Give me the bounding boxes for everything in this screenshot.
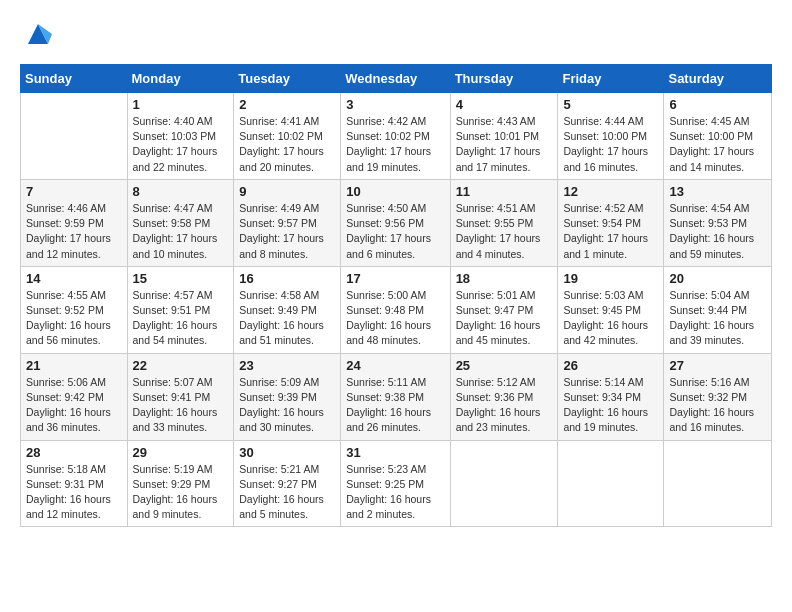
day-number: 20 [669,271,766,286]
day-cell: 10Sunrise: 4:50 AM Sunset: 9:56 PM Dayli… [341,179,450,266]
header-tuesday: Tuesday [234,65,341,93]
day-cell: 17Sunrise: 5:00 AM Sunset: 9:48 PM Dayli… [341,266,450,353]
day-number: 15 [133,271,229,286]
logo-icon [24,20,52,48]
day-info: Sunrise: 4:51 AM Sunset: 9:55 PM Dayligh… [456,201,553,262]
day-cell [664,440,772,527]
day-cell: 1Sunrise: 4:40 AM Sunset: 10:03 PM Dayli… [127,93,234,180]
day-info: Sunrise: 4:46 AM Sunset: 9:59 PM Dayligh… [26,201,122,262]
header-sunday: Sunday [21,65,128,93]
day-cell: 25Sunrise: 5:12 AM Sunset: 9:36 PM Dayli… [450,353,558,440]
day-info: Sunrise: 5:09 AM Sunset: 9:39 PM Dayligh… [239,375,335,436]
day-cell [450,440,558,527]
day-number: 10 [346,184,444,199]
day-info: Sunrise: 4:55 AM Sunset: 9:52 PM Dayligh… [26,288,122,349]
day-info: Sunrise: 4:58 AM Sunset: 9:49 PM Dayligh… [239,288,335,349]
day-info: Sunrise: 4:42 AM Sunset: 10:02 PM Daylig… [346,114,444,175]
day-info: Sunrise: 4:45 AM Sunset: 10:00 PM Daylig… [669,114,766,175]
logo [20,20,52,48]
day-info: Sunrise: 5:00 AM Sunset: 9:48 PM Dayligh… [346,288,444,349]
day-number: 31 [346,445,444,460]
week-row-1: 1Sunrise: 4:40 AM Sunset: 10:03 PM Dayli… [21,93,772,180]
day-number: 19 [563,271,658,286]
day-info: Sunrise: 5:04 AM Sunset: 9:44 PM Dayligh… [669,288,766,349]
calendar-header: SundayMondayTuesdayWednesdayThursdayFrid… [21,65,772,93]
day-number: 26 [563,358,658,373]
day-number: 17 [346,271,444,286]
day-cell: 18Sunrise: 5:01 AM Sunset: 9:47 PM Dayli… [450,266,558,353]
day-info: Sunrise: 5:19 AM Sunset: 9:29 PM Dayligh… [133,462,229,523]
day-number: 23 [239,358,335,373]
day-cell [21,93,128,180]
calendar-body: 1Sunrise: 4:40 AM Sunset: 10:03 PM Dayli… [21,93,772,527]
day-cell: 15Sunrise: 4:57 AM Sunset: 9:51 PM Dayli… [127,266,234,353]
day-info: Sunrise: 5:12 AM Sunset: 9:36 PM Dayligh… [456,375,553,436]
day-cell: 7Sunrise: 4:46 AM Sunset: 9:59 PM Daylig… [21,179,128,266]
day-info: Sunrise: 5:06 AM Sunset: 9:42 PM Dayligh… [26,375,122,436]
day-number: 29 [133,445,229,460]
day-number: 7 [26,184,122,199]
day-cell: 2Sunrise: 4:41 AM Sunset: 10:02 PM Dayli… [234,93,341,180]
day-number: 12 [563,184,658,199]
day-number: 6 [669,97,766,112]
day-cell: 20Sunrise: 5:04 AM Sunset: 9:44 PM Dayli… [664,266,772,353]
day-number: 30 [239,445,335,460]
day-info: Sunrise: 5:11 AM Sunset: 9:38 PM Dayligh… [346,375,444,436]
day-cell: 12Sunrise: 4:52 AM Sunset: 9:54 PM Dayli… [558,179,664,266]
header-thursday: Thursday [450,65,558,93]
day-cell: 28Sunrise: 5:18 AM Sunset: 9:31 PM Dayli… [21,440,128,527]
day-info: Sunrise: 4:57 AM Sunset: 9:51 PM Dayligh… [133,288,229,349]
day-cell: 21Sunrise: 5:06 AM Sunset: 9:42 PM Dayli… [21,353,128,440]
day-cell: 31Sunrise: 5:23 AM Sunset: 9:25 PM Dayli… [341,440,450,527]
day-number: 24 [346,358,444,373]
day-number: 1 [133,97,229,112]
page-header [20,20,772,48]
day-info: Sunrise: 5:07 AM Sunset: 9:41 PM Dayligh… [133,375,229,436]
header-friday: Friday [558,65,664,93]
day-cell: 23Sunrise: 5:09 AM Sunset: 9:39 PM Dayli… [234,353,341,440]
day-cell: 5Sunrise: 4:44 AM Sunset: 10:00 PM Dayli… [558,93,664,180]
day-number: 5 [563,97,658,112]
day-info: Sunrise: 4:54 AM Sunset: 9:53 PM Dayligh… [669,201,766,262]
day-number: 16 [239,271,335,286]
day-info: Sunrise: 4:52 AM Sunset: 9:54 PM Dayligh… [563,201,658,262]
header-wednesday: Wednesday [341,65,450,93]
day-cell: 26Sunrise: 5:14 AM Sunset: 9:34 PM Dayli… [558,353,664,440]
day-cell [558,440,664,527]
day-number: 27 [669,358,766,373]
day-info: Sunrise: 4:49 AM Sunset: 9:57 PM Dayligh… [239,201,335,262]
day-info: Sunrise: 4:44 AM Sunset: 10:00 PM Daylig… [563,114,658,175]
day-cell: 3Sunrise: 4:42 AM Sunset: 10:02 PM Dayli… [341,93,450,180]
day-cell: 13Sunrise: 4:54 AM Sunset: 9:53 PM Dayli… [664,179,772,266]
day-number: 8 [133,184,229,199]
day-cell: 11Sunrise: 4:51 AM Sunset: 9:55 PM Dayli… [450,179,558,266]
day-info: Sunrise: 5:03 AM Sunset: 9:45 PM Dayligh… [563,288,658,349]
day-number: 28 [26,445,122,460]
day-cell: 22Sunrise: 5:07 AM Sunset: 9:41 PM Dayli… [127,353,234,440]
day-cell: 9Sunrise: 4:49 AM Sunset: 9:57 PM Daylig… [234,179,341,266]
day-number: 2 [239,97,335,112]
day-info: Sunrise: 4:41 AM Sunset: 10:02 PM Daylig… [239,114,335,175]
day-cell: 16Sunrise: 4:58 AM Sunset: 9:49 PM Dayli… [234,266,341,353]
day-cell: 30Sunrise: 5:21 AM Sunset: 9:27 PM Dayli… [234,440,341,527]
day-cell: 29Sunrise: 5:19 AM Sunset: 9:29 PM Dayli… [127,440,234,527]
day-info: Sunrise: 4:40 AM Sunset: 10:03 PM Daylig… [133,114,229,175]
day-number: 11 [456,184,553,199]
day-info: Sunrise: 5:18 AM Sunset: 9:31 PM Dayligh… [26,462,122,523]
day-info: Sunrise: 5:21 AM Sunset: 9:27 PM Dayligh… [239,462,335,523]
day-cell: 24Sunrise: 5:11 AM Sunset: 9:38 PM Dayli… [341,353,450,440]
day-number: 9 [239,184,335,199]
day-number: 14 [26,271,122,286]
day-cell: 4Sunrise: 4:43 AM Sunset: 10:01 PM Dayli… [450,93,558,180]
header-monday: Monday [127,65,234,93]
day-number: 18 [456,271,553,286]
week-row-3: 14Sunrise: 4:55 AM Sunset: 9:52 PM Dayli… [21,266,772,353]
day-cell: 8Sunrise: 4:47 AM Sunset: 9:58 PM Daylig… [127,179,234,266]
calendar-table: SundayMondayTuesdayWednesdayThursdayFrid… [20,64,772,527]
day-info: Sunrise: 5:23 AM Sunset: 9:25 PM Dayligh… [346,462,444,523]
day-info: Sunrise: 4:47 AM Sunset: 9:58 PM Dayligh… [133,201,229,262]
day-number: 13 [669,184,766,199]
day-number: 4 [456,97,553,112]
week-row-2: 7Sunrise: 4:46 AM Sunset: 9:59 PM Daylig… [21,179,772,266]
day-number: 25 [456,358,553,373]
